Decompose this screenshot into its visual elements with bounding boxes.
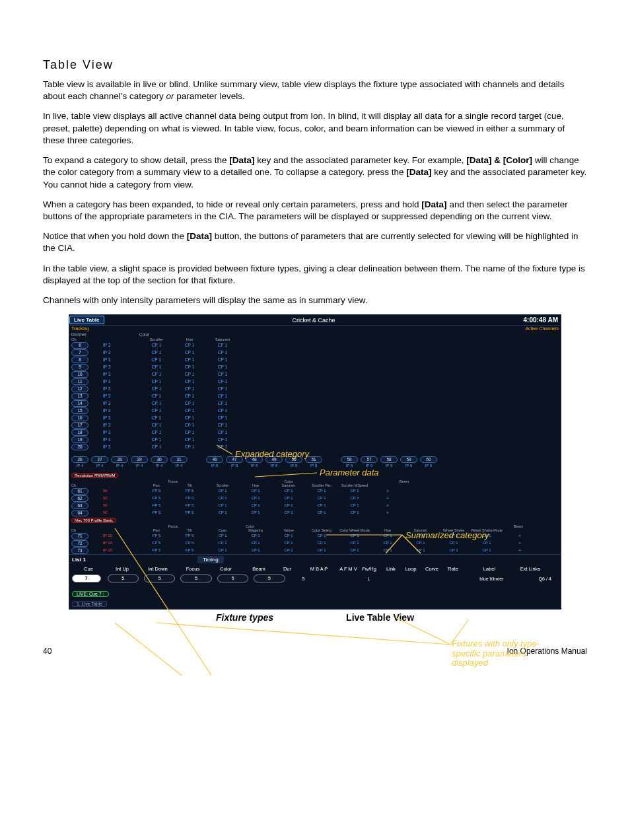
- channel-column[interactable]: 59IP 9: [401, 456, 417, 468]
- channel-column[interactable]: 60IP 9: [421, 456, 437, 468]
- channel-column[interactable]: 28IP 4: [112, 456, 127, 468]
- table-row[interactable]: 8 IP 3 CP 1CP 1CP 1: [69, 356, 561, 363]
- col-head: Focus: [176, 566, 209, 572]
- page-footer: 40 Ion Operations Manual: [43, 647, 587, 676]
- figure-captions: Fixture types Live Table View: [43, 612, 587, 623]
- timing-tab[interactable]: Timing: [197, 556, 224, 563]
- svg-line-7: [450, 620, 468, 645]
- table-row[interactable]: 12 IP 3 CP 1CP 1CP 1: [69, 385, 561, 392]
- col-head: Rate: [443, 566, 463, 572]
- col-head: Link: [381, 566, 401, 572]
- channel-pill[interactable]: 20: [71, 444, 88, 450]
- table-row[interactable]: 7 IP 3 CP 1CP 1CP 1: [69, 349, 561, 356]
- channel-column[interactable]: 49IP 8: [266, 456, 282, 468]
- live-table-tab[interactable]: Live Table: [69, 316, 104, 324]
- show-title: Cricket & Cache: [104, 317, 524, 324]
- fixture-label-revolution: Revolution RWM/RWM: [71, 473, 118, 478]
- table-row[interactable]: 20 IP 3 CP 1CP 1CP 1: [69, 443, 561, 450]
- dimmer-headers: Dimmer Color: [69, 332, 561, 337]
- status-row: Tracking Active Channels: [69, 326, 561, 332]
- table-row[interactable]: 6 IP 3 CP 1CP 1CP 1: [69, 341, 561, 349]
- fixture-label-mac700: Mac 700 Profile Basic: [71, 518, 116, 523]
- para1: Table view is available in live or blind…: [43, 79, 587, 102]
- channel-column[interactable]: 31IP 4: [171, 456, 187, 468]
- window-titlebar: Live Table Cricket & Cache 4:00:48 AM: [69, 315, 561, 326]
- channel-column[interactable]: 46IP 8: [207, 456, 223, 468]
- channel-column[interactable]: 30IP 4: [151, 456, 167, 468]
- list-column-heads: CueInt UpInt DownFocusColorBeamDurM B A …: [69, 565, 561, 573]
- table-row[interactable]: 17 IP 3 CP 1CP 1CP 1: [69, 421, 561, 429]
- col-head: Int Up: [105, 566, 139, 572]
- table-row[interactable]: 61 50 FP 5FP 5 CP 1CP 1CP 1CP 1CP 1 +: [69, 487, 561, 495]
- col-head: Loop: [401, 566, 421, 572]
- table-row[interactable]: 9 IP 3 CP 1CP 1CP 1: [69, 363, 561, 370]
- para4: When a category has been expanded, to hi…: [43, 199, 587, 223]
- channel-pill[interactable]: 17: [71, 422, 88, 429]
- para7: Channels with only intensity parameters …: [43, 295, 587, 306]
- channel-column[interactable]: 51IP 8: [306, 456, 322, 468]
- table-row[interactable]: 73 IP 10 FP 5FP 5 CP 1CP 1CP 1CP 1CP 1 C…: [69, 547, 561, 554]
- channel-pill[interactable]: 19: [71, 437, 88, 443]
- table-row[interactable]: 10 IP 3 CP 1CP 1CP 1: [69, 370, 561, 378]
- manual-title: Ion Operations Manual: [507, 647, 587, 656]
- channel-pill[interactable]: 12: [71, 386, 88, 392]
- live-cue-indicator: LIVE: Cue 7 :: [72, 591, 109, 597]
- table-row[interactable]: 11 IP 3 CP 1CP 1CP 1: [69, 378, 561, 385]
- col-head: Ext Links: [516, 566, 545, 572]
- col-head: M V: [348, 566, 357, 572]
- list-header: List 1 Timing: [69, 554, 561, 565]
- cue-row[interactable]: 7 5 5 5 5 5 5 L blue blinder Q6 / 4: [69, 573, 561, 584]
- channel-pill[interactable]: 14: [71, 400, 88, 407]
- channel-column[interactable]: 50IP 8: [286, 456, 302, 468]
- channel-pill[interactable]: 8: [71, 357, 88, 363]
- section-heading: Table View: [43, 58, 587, 72]
- tracking-label: Tracking: [71, 326, 89, 331]
- table-row[interactable]: 18 IP 3 CP 1CP 1CP 1: [69, 429, 561, 436]
- table-row[interactable]: 16 IP 3 CP 1CP 1CP 1: [69, 414, 561, 421]
- channel-pill[interactable]: 18: [71, 429, 88, 436]
- view-tab[interactable]: 1. Live Table: [72, 601, 107, 607]
- screen-footer: LIVE: Cue 7 :: [69, 589, 561, 599]
- channel-column[interactable]: 48IP 8: [246, 456, 262, 468]
- live-table-screenshot: Live Table Cricket & Cache 4:00:48 AM Tr…: [69, 314, 561, 610]
- col-head: A F: [339, 566, 348, 572]
- table-row[interactable]: 63 50 FP 5FP 5 CP 1CP 1CP 1CP 1CP 1 +: [69, 502, 561, 509]
- channel-pill[interactable]: 9: [71, 364, 88, 370]
- table-row[interactable]: 72 IP 10 FP 5FP 5 CP 1CP 1CP 1CP 1CP 1 C…: [69, 540, 561, 547]
- table-row[interactable]: 15 IP 3 CP 1CP 1CP 1: [69, 407, 561, 414]
- channel-column[interactable]: 57IP 9: [361, 456, 377, 468]
- svg-line-5: [156, 623, 450, 645]
- channel-pill[interactable]: 16: [71, 415, 88, 421]
- channel-column[interactable]: 58IP 9: [381, 456, 397, 468]
- channel-pill[interactable]: 15: [71, 407, 88, 414]
- para2: In live, table view displays all active …: [43, 110, 587, 147]
- caption-live-table-view: Live Table View: [346, 612, 414, 623]
- col-head: Color: [209, 566, 242, 572]
- col-head: Cue: [72, 566, 105, 572]
- channel-column[interactable]: 56IP 9: [341, 456, 357, 468]
- channel-pill[interactable]: 10: [71, 371, 88, 378]
- channel-column[interactable]: 27IP 4: [92, 456, 108, 468]
- table-row[interactable]: 14 IP 3 CP 1CP 1CP 1: [69, 400, 561, 407]
- list-name: List 1: [72, 557, 138, 563]
- caption-fixture-types: Fixture types: [216, 612, 273, 623]
- channel-column[interactable]: 26IP 4: [72, 456, 88, 468]
- channel-pill[interactable]: 6: [71, 342, 88, 349]
- clock: 4:00:48 AM: [524, 316, 561, 324]
- col-head: Curve: [421, 566, 443, 572]
- table-row[interactable]: 62 50 FP 5FP 5 CP 1CP 1CP 1CP 1CP 1 +: [69, 495, 561, 502]
- table-row[interactable]: 13 IP 3 CP 1CP 1CP 1: [69, 392, 561, 400]
- channel-pill[interactable]: 7: [71, 349, 88, 356]
- table-row[interactable]: 64 50 FP 5FP 5 CP 1CP 1CP 1CP 1CP 1 +: [69, 509, 561, 516]
- para6: In the table view, a slight space is pro…: [43, 263, 587, 287]
- channel-column[interactable]: 29IP 4: [131, 456, 147, 468]
- table-row[interactable]: 19 IP 3 CP 1CP 1CP 1: [69, 436, 561, 443]
- intensity-strip: 26IP 4 27IP 4 28IP 4 29IP 4 30IP 4 31IP …: [69, 454, 561, 472]
- channel-pill[interactable]: 13: [71, 393, 88, 400]
- channel-column[interactable]: 47IP 8: [227, 456, 242, 468]
- col-head: Label: [463, 566, 516, 572]
- channel-pill[interactable]: 11: [71, 378, 88, 385]
- table-row[interactable]: 71 IP 10 FP 5FP 5 CP 1CP 1CP 1CP 1CP 1 C…: [69, 532, 561, 540]
- col-head: Dur: [275, 566, 299, 572]
- page-number: 40: [43, 647, 52, 656]
